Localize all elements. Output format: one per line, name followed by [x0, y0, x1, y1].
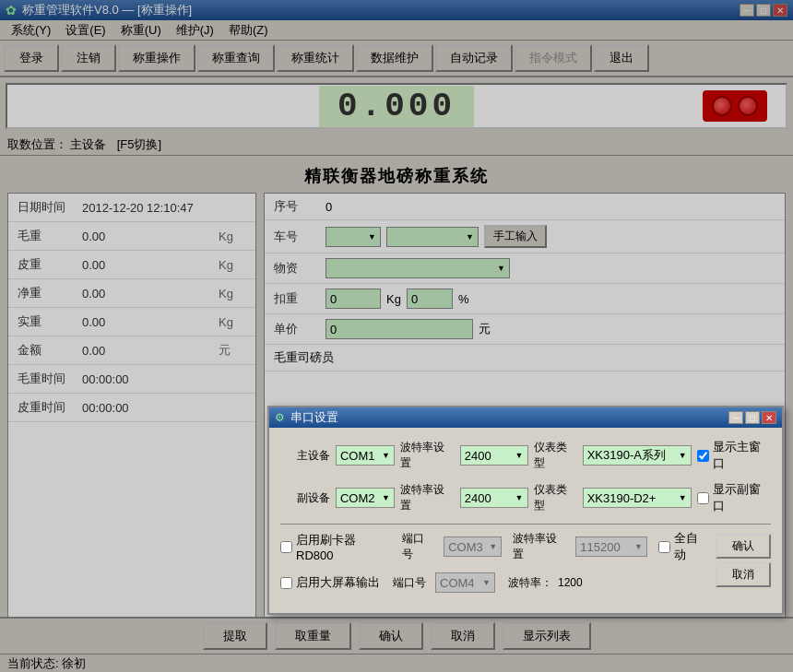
show-main-checkbox[interactable] [697, 450, 709, 462]
card-port-label: 端口号 [402, 531, 434, 562]
options-left: 启用刷卡器RD800 端口号 COM3 波特率设置 115200 全自动 [280, 530, 708, 602]
show-main-checkbox-label[interactable]: 显示主窗口 [697, 439, 771, 472]
card-auto-checkbox[interactable] [658, 541, 670, 553]
modal-action-buttons: 确认 取消 [716, 534, 771, 602]
sub-device-row: 副设备 COM2 波特率设置 2400 仪表类型 XK3190-D2+ 显示副窗… [280, 481, 771, 514]
modal-divider [280, 524, 771, 525]
card-baud-dropdown: 115200 [575, 536, 647, 557]
sub-device-label: 副设备 [280, 490, 330, 506]
card-reader-label: 启用刷卡器RD800 [296, 532, 389, 562]
main-device-label: 主设备 [280, 448, 330, 464]
bigscreen-checkbox[interactable] [280, 577, 292, 589]
show-sub-checkbox-label[interactable]: 显示副窗口 [697, 481, 771, 514]
show-sub-checkbox[interactable] [697, 492, 709, 504]
main-meter-value: XK3190-A系列 [587, 447, 666, 464]
main-meter-label: 仪表类型 [534, 440, 577, 471]
bigscreen-label: 启用大屏幕输出 [296, 574, 380, 591]
main-device-dropdown[interactable]: COM1 [336, 445, 395, 466]
big-port-value: COM4 [440, 576, 475, 590]
big-port-dropdown: COM4 [435, 572, 495, 593]
show-main-label: 显示主窗口 [713, 439, 771, 472]
modal-cancel-btn[interactable]: 取消 [716, 562, 771, 587]
main-baud-dropdown[interactable]: 2400 [460, 445, 528, 466]
modal-close-btn[interactable]: ✕ [762, 411, 776, 424]
sub-baud-label: 波特率设置 [400, 482, 455, 513]
modal-title: 串口设置 [290, 409, 338, 426]
big-port-label: 端口号 [393, 575, 426, 591]
sub-device-dropdown[interactable]: COM2 [336, 488, 395, 508]
sub-meter-value: XK3190-D2+ [587, 491, 657, 505]
main-meter-dropdown[interactable]: XK3190-A系列 [583, 445, 692, 466]
card-reader-checkbox[interactable] [280, 541, 292, 553]
modal-minimize-btn[interactable]: ─ [728, 411, 743, 424]
sub-device-value: COM2 [340, 491, 375, 505]
modal-title-buttons: ─ □ ✕ [728, 411, 776, 424]
sub-baud-value: 2400 [465, 491, 491, 505]
card-auto-text: 全自动 [674, 530, 708, 563]
modal-icon: ⚙ [275, 411, 285, 424]
card-reader-row: 启用刷卡器RD800 端口号 COM3 波特率设置 115200 全自动 [280, 530, 708, 563]
modal-maximize-btn[interactable]: □ [745, 411, 760, 424]
main-baud-value: 2400 [465, 449, 491, 463]
modal-title-bar: ⚙ 串口设置 ─ □ ✕ [269, 407, 782, 428]
card-port-dropdown: COM3 [444, 536, 502, 557]
card-baud-value: 115200 [580, 540, 620, 554]
main-device-value: COM1 [340, 449, 375, 463]
options-area: 启用刷卡器RD800 端口号 COM3 波特率设置 115200 全自动 [280, 530, 771, 602]
modal-confirm-btn[interactable]: 确认 [716, 534, 771, 559]
sub-meter-dropdown[interactable]: XK3190-D2+ [583, 488, 692, 508]
main-device-row: 主设备 COM1 波特率设置 2400 仪表类型 XK3190-A系列 显示主窗… [280, 439, 771, 472]
main-baud-label: 波特率设置 [400, 440, 455, 471]
bigscreen-checkbox-label[interactable]: 启用大屏幕输出 [280, 574, 380, 591]
modal-body: 主设备 COM1 波特率设置 2400 仪表类型 XK3190-A系列 显示主窗… [269, 428, 782, 613]
card-port-value: COM3 [448, 540, 483, 554]
big-baud-label: 波特率： [508, 575, 552, 591]
card-baud-label: 波特率设置 [513, 531, 566, 562]
show-sub-label: 显示副窗口 [713, 481, 771, 514]
card-auto-label[interactable]: 全自动 [658, 530, 708, 563]
card-reader-checkbox-label[interactable]: 启用刷卡器RD800 [280, 532, 389, 562]
bigscreen-row: 启用大屏幕输出 端口号 COM4 波特率： 1200 [280, 572, 708, 593]
sub-baud-dropdown[interactable]: 2400 [460, 488, 528, 508]
sub-meter-label: 仪表类型 [534, 482, 577, 513]
serial-port-dialog: ⚙ 串口设置 ─ □ ✕ 主设备 COM1 波特率设置 2400 仪表类型 XK… [267, 406, 784, 615]
big-baud-value: 1200 [558, 576, 583, 589]
